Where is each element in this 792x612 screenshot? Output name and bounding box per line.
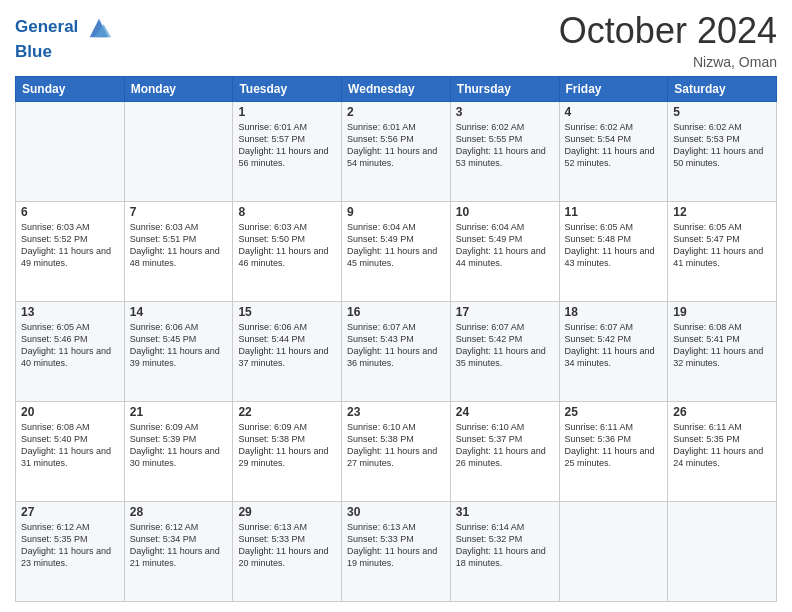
day-number: 6 (21, 205, 119, 219)
day-number: 15 (238, 305, 336, 319)
calendar-cell: 30Sunrise: 6:13 AMSunset: 5:33 PMDayligh… (342, 502, 451, 602)
day-number: 24 (456, 405, 554, 419)
calendar-cell: 21Sunrise: 6:09 AMSunset: 5:39 PMDayligh… (124, 402, 233, 502)
day-number: 27 (21, 505, 119, 519)
day-number: 17 (456, 305, 554, 319)
calendar-cell: 24Sunrise: 6:10 AMSunset: 5:37 PMDayligh… (450, 402, 559, 502)
day-info: Sunrise: 6:07 AMSunset: 5:43 PMDaylight:… (347, 321, 445, 370)
day-number: 30 (347, 505, 445, 519)
day-number: 22 (238, 405, 336, 419)
calendar-cell: 10Sunrise: 6:04 AMSunset: 5:49 PMDayligh… (450, 202, 559, 302)
day-info: Sunrise: 6:13 AMSunset: 5:33 PMDaylight:… (347, 521, 445, 570)
day-info: Sunrise: 6:08 AMSunset: 5:40 PMDaylight:… (21, 421, 119, 470)
day-info: Sunrise: 6:01 AMSunset: 5:56 PMDaylight:… (347, 121, 445, 170)
day-number: 29 (238, 505, 336, 519)
title-block: October 2024 Nizwa, Oman (559, 10, 777, 70)
calendar-cell: 26Sunrise: 6:11 AMSunset: 5:35 PMDayligh… (668, 402, 777, 502)
day-info: Sunrise: 6:02 AMSunset: 5:55 PMDaylight:… (456, 121, 554, 170)
day-number: 19 (673, 305, 771, 319)
calendar-cell: 16Sunrise: 6:07 AMSunset: 5:43 PMDayligh… (342, 302, 451, 402)
day-info: Sunrise: 6:10 AMSunset: 5:38 PMDaylight:… (347, 421, 445, 470)
day-info: Sunrise: 6:10 AMSunset: 5:37 PMDaylight:… (456, 421, 554, 470)
day-info: Sunrise: 6:13 AMSunset: 5:33 PMDaylight:… (238, 521, 336, 570)
day-number: 12 (673, 205, 771, 219)
day-number: 2 (347, 105, 445, 119)
day-number: 13 (21, 305, 119, 319)
calendar-cell: 28Sunrise: 6:12 AMSunset: 5:34 PMDayligh… (124, 502, 233, 602)
week-row-4: 20Sunrise: 6:08 AMSunset: 5:40 PMDayligh… (16, 402, 777, 502)
day-info: Sunrise: 6:11 AMSunset: 5:36 PMDaylight:… (565, 421, 663, 470)
weekday-thursday: Thursday (450, 77, 559, 102)
calendar-table: SundayMondayTuesdayWednesdayThursdayFrid… (15, 76, 777, 602)
calendar-cell: 15Sunrise: 6:06 AMSunset: 5:44 PMDayligh… (233, 302, 342, 402)
weekday-header-row: SundayMondayTuesdayWednesdayThursdayFrid… (16, 77, 777, 102)
calendar-cell: 17Sunrise: 6:07 AMSunset: 5:42 PMDayligh… (450, 302, 559, 402)
day-info: Sunrise: 6:07 AMSunset: 5:42 PMDaylight:… (456, 321, 554, 370)
calendar-cell: 23Sunrise: 6:10 AMSunset: 5:38 PMDayligh… (342, 402, 451, 502)
day-info: Sunrise: 6:12 AMSunset: 5:34 PMDaylight:… (130, 521, 228, 570)
day-info: Sunrise: 6:04 AMSunset: 5:49 PMDaylight:… (456, 221, 554, 270)
day-info: Sunrise: 6:01 AMSunset: 5:57 PMDaylight:… (238, 121, 336, 170)
calendar-cell: 29Sunrise: 6:13 AMSunset: 5:33 PMDayligh… (233, 502, 342, 602)
day-number: 23 (347, 405, 445, 419)
calendar-cell: 18Sunrise: 6:07 AMSunset: 5:42 PMDayligh… (559, 302, 668, 402)
day-info: Sunrise: 6:14 AMSunset: 5:32 PMDaylight:… (456, 521, 554, 570)
day-number: 8 (238, 205, 336, 219)
calendar-cell (16, 102, 125, 202)
day-info: Sunrise: 6:07 AMSunset: 5:42 PMDaylight:… (565, 321, 663, 370)
day-number: 4 (565, 105, 663, 119)
day-number: 18 (565, 305, 663, 319)
day-number: 28 (130, 505, 228, 519)
page: General Blue October 2024 Nizwa, Oman Su… (0, 0, 792, 612)
day-number: 1 (238, 105, 336, 119)
day-info: Sunrise: 6:04 AMSunset: 5:49 PMDaylight:… (347, 221, 445, 270)
day-info: Sunrise: 6:09 AMSunset: 5:38 PMDaylight:… (238, 421, 336, 470)
calendar-cell: 9Sunrise: 6:04 AMSunset: 5:49 PMDaylight… (342, 202, 451, 302)
day-info: Sunrise: 6:12 AMSunset: 5:35 PMDaylight:… (21, 521, 119, 570)
day-number: 26 (673, 405, 771, 419)
day-info: Sunrise: 6:05 AMSunset: 5:47 PMDaylight:… (673, 221, 771, 270)
day-number: 16 (347, 305, 445, 319)
calendar-cell: 31Sunrise: 6:14 AMSunset: 5:32 PMDayligh… (450, 502, 559, 602)
calendar-cell: 20Sunrise: 6:08 AMSunset: 5:40 PMDayligh… (16, 402, 125, 502)
day-number: 3 (456, 105, 554, 119)
calendar-cell: 14Sunrise: 6:06 AMSunset: 5:45 PMDayligh… (124, 302, 233, 402)
day-number: 25 (565, 405, 663, 419)
calendar-cell: 27Sunrise: 6:12 AMSunset: 5:35 PMDayligh… (16, 502, 125, 602)
calendar-cell: 22Sunrise: 6:09 AMSunset: 5:38 PMDayligh… (233, 402, 342, 502)
weekday-wednesday: Wednesday (342, 77, 451, 102)
calendar-cell: 11Sunrise: 6:05 AMSunset: 5:48 PMDayligh… (559, 202, 668, 302)
day-number: 31 (456, 505, 554, 519)
header: General Blue October 2024 Nizwa, Oman (15, 10, 777, 70)
week-row-3: 13Sunrise: 6:05 AMSunset: 5:46 PMDayligh… (16, 302, 777, 402)
calendar-cell: 8Sunrise: 6:03 AMSunset: 5:50 PMDaylight… (233, 202, 342, 302)
calendar-cell: 5Sunrise: 6:02 AMSunset: 5:53 PMDaylight… (668, 102, 777, 202)
day-number: 10 (456, 205, 554, 219)
day-info: Sunrise: 6:05 AMSunset: 5:46 PMDaylight:… (21, 321, 119, 370)
day-info: Sunrise: 6:06 AMSunset: 5:44 PMDaylight:… (238, 321, 336, 370)
day-info: Sunrise: 6:09 AMSunset: 5:39 PMDaylight:… (130, 421, 228, 470)
day-number: 11 (565, 205, 663, 219)
calendar-cell: 2Sunrise: 6:01 AMSunset: 5:56 PMDaylight… (342, 102, 451, 202)
logo-text: General (15, 14, 113, 42)
calendar-cell (559, 502, 668, 602)
calendar-cell: 13Sunrise: 6:05 AMSunset: 5:46 PMDayligh… (16, 302, 125, 402)
logo: General Blue (15, 14, 113, 62)
calendar-cell: 12Sunrise: 6:05 AMSunset: 5:47 PMDayligh… (668, 202, 777, 302)
calendar-cell: 3Sunrise: 6:02 AMSunset: 5:55 PMDaylight… (450, 102, 559, 202)
calendar-cell: 25Sunrise: 6:11 AMSunset: 5:36 PMDayligh… (559, 402, 668, 502)
day-info: Sunrise: 6:11 AMSunset: 5:35 PMDaylight:… (673, 421, 771, 470)
day-number: 9 (347, 205, 445, 219)
day-number: 7 (130, 205, 228, 219)
week-row-2: 6Sunrise: 6:03 AMSunset: 5:52 PMDaylight… (16, 202, 777, 302)
calendar-cell: 6Sunrise: 6:03 AMSunset: 5:52 PMDaylight… (16, 202, 125, 302)
weekday-monday: Monday (124, 77, 233, 102)
day-number: 5 (673, 105, 771, 119)
calendar-cell (668, 502, 777, 602)
week-row-1: 1Sunrise: 6:01 AMSunset: 5:57 PMDaylight… (16, 102, 777, 202)
day-info: Sunrise: 6:03 AMSunset: 5:51 PMDaylight:… (130, 221, 228, 270)
calendar-cell (124, 102, 233, 202)
calendar-cell: 4Sunrise: 6:02 AMSunset: 5:54 PMDaylight… (559, 102, 668, 202)
day-number: 20 (21, 405, 119, 419)
day-info: Sunrise: 6:02 AMSunset: 5:53 PMDaylight:… (673, 121, 771, 170)
